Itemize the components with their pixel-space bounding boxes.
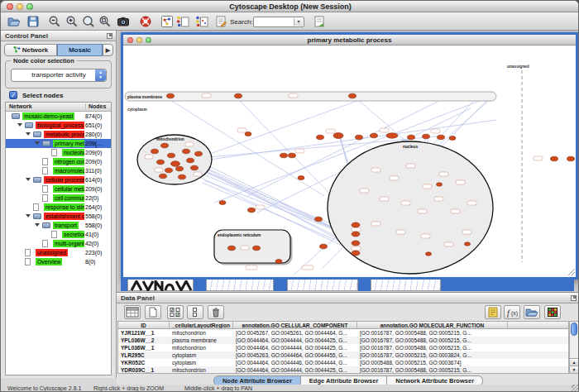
tree-body: mosaic-demo-yeast874(0)biological_proces… [6, 112, 111, 266]
dropdown-arrows-icon[interactable]: ▲▼ [95, 69, 106, 81]
tree-row[interactable]: unassigned223(0) [6, 248, 111, 257]
scroll-down-icon[interactable]: ▼ [570, 366, 578, 373]
column-header[interactable]: ID [118, 322, 170, 328]
search-input[interactable]: ▾ [253, 17, 304, 27]
import-attributes-folder-icon[interactable] [524, 305, 540, 319]
column-header[interactable]: _cellularLayoutRegion [170, 322, 233, 328]
table-cell: [GO:0016787, GO:0005488, GO:0005215, G..… [357, 337, 508, 344]
background-window-edge[interactable] [441, 280, 574, 291]
background-window-content[interactable] [206, 280, 274, 291]
float-panel-icon[interactable] [107, 33, 112, 39]
tree-row[interactable]: biological_process651(0) [6, 121, 111, 130]
column-header[interactable] [508, 322, 569, 328]
network-overview-icon[interactable] [160, 15, 174, 28]
disclosure-triangle-icon[interactable] [35, 223, 40, 227]
attribute-table-icon[interactable] [124, 305, 141, 319]
table-cell [508, 366, 569, 374]
background-window-content[interactable] [371, 280, 441, 291]
annotation-icon[interactable] [214, 15, 227, 28]
tab-overflow-arrow[interactable]: ▶ [103, 44, 113, 56]
tree-row[interactable]: cell communicat22(0) [6, 194, 111, 203]
background-window-edge[interactable] [194, 280, 206, 291]
vizmapper-icon[interactable] [176, 15, 189, 28]
tree-row[interactable]: mosaic-demo-yeast874(0) [6, 112, 111, 121]
window-titlebar[interactable]: Cytoscape Desktop (New Session) [1, 1, 579, 12]
select-attributes-icon[interactable] [167, 305, 184, 319]
network-window-titlebar[interactable]: primary metabolic process [123, 35, 576, 45]
tree-column-nodes[interactable]: Nodes [85, 103, 106, 109]
tree-row[interactable]: transport558(0) [6, 221, 111, 230]
table-cell [508, 329, 569, 337]
scroll-up-icon[interactable]: ▲ [570, 358, 578, 366]
tree-header[interactable]: Network Nodes [6, 103, 111, 112]
snapshot-camera-icon[interactable] [117, 15, 130, 28]
new-attribute-icon[interactable] [145, 305, 161, 319]
matrix-heatmap-icon[interactable] [544, 305, 561, 319]
tree-row[interactable]: primary metabol209(... [6, 139, 111, 148]
tree-column-network[interactable]: Network [9, 103, 32, 109]
tree-row[interactable]: secretion41(0) [6, 230, 111, 239]
save-icon[interactable] [26, 15, 40, 28]
background-window-edge[interactable] [121, 280, 127, 291]
help-lifebuoy-icon[interactable] [139, 15, 152, 28]
tree-row[interactable]: cellular metabol209(0) [6, 184, 111, 194]
tree-row[interactable]: response to stimulu264(0) [6, 203, 111, 212]
tree-row[interactable]: multi-organism pro42(0) [6, 239, 111, 248]
table-cell: mitochondrion [170, 344, 233, 351]
table-scrollbar[interactable]: ▲ ▼ [569, 321, 579, 374]
scrollbar-thumb[interactable] [571, 323, 577, 336]
background-window-edge[interactable] [274, 280, 287, 291]
zoom-selected-icon[interactable] [98, 15, 112, 28]
background-window-edge[interactable] [358, 280, 371, 291]
node-color-dropdown[interactable]: transporter activity ▲▼ [11, 69, 107, 82]
column-header[interactable]: annotation.GO CELLULAR_COMPONENT [233, 322, 357, 328]
table-row[interactable]: YJR121W__1mitochondrion[GO:0045267, GO:0… [118, 329, 568, 337]
column-header[interactable]: annotation.GO MOLECULAR_FUNCTION [357, 322, 508, 328]
open-file-icon[interactable] [7, 15, 21, 28]
zoom-in-icon[interactable] [65, 15, 79, 28]
disclosure-triangle-icon[interactable] [35, 141, 40, 145]
select-nodes-checkbox[interactable]: ✓ [9, 91, 17, 99]
background-window-content[interactable] [287, 280, 358, 291]
canvas-resize-grip-icon[interactable] [568, 269, 575, 275]
table-row[interactable]: YPL036W__1mitochondrion[GO:0044464, GO:0… [118, 344, 568, 351]
table-row[interactable]: YPL036W__2plasma membrane[GO:0044464, GO… [118, 337, 568, 344]
network-canvas[interactable]: plasma membrane cytoplasm mitochondrion … [123, 45, 576, 277]
zoom-out-icon[interactable] [48, 15, 61, 28]
tree-row[interactable]: establishment of lo558(0) [6, 212, 111, 221]
tree-row[interactable]: macromolecule311(0) [6, 166, 111, 175]
table-row[interactable]: YLR295Ccytoplasm[GO:0045263, GO:0044464,… [118, 351, 568, 359]
disclosure-triangle-icon[interactable] [26, 132, 31, 136]
tree-row-count: 209(0) [85, 159, 102, 165]
background-window-content[interactable] [127, 280, 194, 291]
attribute-list-icon[interactable] [485, 305, 501, 319]
table-row[interactable]: YDR039C__1mitochondrion[GO:0044464, GO:0… [118, 366, 568, 374]
tab-network[interactable]: Network [4, 44, 57, 56]
tab-mosaic[interactable]: Mosaic [57, 44, 103, 56]
folder-icon [33, 131, 41, 137]
tree-row-label: mosaic-demo-yeast [22, 112, 74, 120]
tree-row[interactable]: nucleobase-209(0) [6, 148, 111, 157]
delete-attribute-trash-icon[interactable] [208, 305, 224, 319]
search-options-icon[interactable] [313, 15, 326, 28]
table-row[interactable]: YKR052Ccytoplasm[GO:0044464, GO:0044446,… [118, 359, 568, 366]
search-dropdown-arrow-icon[interactable]: ▾ [294, 18, 303, 26]
window-resize-grip[interactable] [572, 385, 579, 392]
formula-icon[interactable]: f(x) [504, 305, 520, 319]
unselect-attributes-icon[interactable] [187, 305, 203, 319]
zoom-fit-icon[interactable] [82, 15, 95, 28]
tree-row[interactable]: Overview8(0) [6, 257, 111, 266]
vizmapper-alt-icon[interactable] [195, 15, 208, 28]
attribute-table: ID_cellularLayoutRegionannotation.GO CEL… [117, 321, 569, 374]
network-view-window[interactable]: primary metabolic process [121, 32, 578, 280]
data-panel-title: Data Panel [117, 293, 579, 304]
table-cell: [GO:0044464, GO:0044444, GO:0044425, G..… [233, 366, 357, 374]
float-panel-icon[interactable] [571, 295, 577, 301]
disclosure-triangle-icon[interactable] [26, 214, 31, 218]
disclosure-triangle-icon[interactable] [17, 123, 22, 127]
disclosure-triangle-icon[interactable] [26, 178, 31, 181]
tree-row[interactable]: metabolic process280(0) [6, 130, 111, 139]
tree-row[interactable]: cellular process614(0) [6, 175, 111, 184]
tree-row-label: nitrogen compo [53, 158, 84, 165]
tree-row[interactable]: nitrogen compo209(0) [6, 157, 111, 166]
